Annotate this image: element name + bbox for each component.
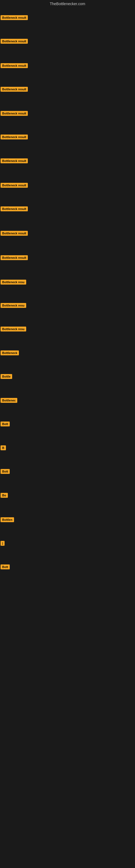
bottleneck-item-17[interactable]: Bottlenec bbox=[1, 398, 17, 403]
bottleneck-badge-13[interactable]: Bottleneck resu bbox=[1, 303, 26, 308]
bottleneck-item-1[interactable]: Bottleneck result bbox=[1, 15, 28, 20]
bottleneck-item-13[interactable]: Bottleneck resu bbox=[1, 303, 26, 308]
bottleneck-badge-22[interactable]: Bottlen bbox=[1, 517, 14, 522]
bottleneck-badge-20[interactable]: Bott bbox=[1, 469, 10, 474]
bottleneck-badge-24[interactable]: Bott bbox=[1, 564, 10, 569]
bottleneck-item-7[interactable]: Bottleneck result bbox=[1, 158, 28, 163]
bottleneck-badge-19[interactable]: B bbox=[1, 445, 6, 450]
bottleneck-badge-18[interactable]: Bott bbox=[1, 422, 10, 426]
bottleneck-badge-11[interactable]: Bottleneck result bbox=[1, 255, 28, 260]
bottleneck-badge-8[interactable]: Bottleneck result bbox=[1, 183, 28, 188]
bottleneck-item-23[interactable]: | bbox=[1, 540, 5, 546]
bottleneck-badge-15[interactable]: Bottleneck bbox=[1, 350, 19, 355]
bottleneck-badge-23[interactable]: | bbox=[1, 541, 5, 546]
bottleneck-badge-14[interactable]: Bottleneck resu bbox=[1, 327, 26, 332]
bottleneck-badge-1[interactable]: Bottleneck result bbox=[1, 15, 28, 20]
bottleneck-badge-5[interactable]: Bottleneck result bbox=[1, 111, 28, 116]
bottleneck-item-10[interactable]: Bottleneck result bbox=[1, 230, 28, 236]
bottleneck-item-19[interactable]: B bbox=[1, 445, 6, 450]
bottleneck-item-24[interactable]: Bott bbox=[1, 564, 10, 569]
bottleneck-badge-12[interactable]: Bottleneck resu bbox=[1, 280, 26, 284]
bottleneck-badge-10[interactable]: Bottleneck result bbox=[1, 231, 28, 236]
bottleneck-badge-17[interactable]: Bottlenec bbox=[1, 398, 17, 403]
bottleneck-item-8[interactable]: Bottleneck result bbox=[1, 183, 28, 187]
bottleneck-item-21[interactable]: Bo bbox=[1, 493, 8, 497]
bottleneck-item-12[interactable]: Bottleneck resu bbox=[1, 279, 26, 284]
site-title: TheBottlenecker.com bbox=[0, 0, 135, 8]
bottleneck-item-15[interactable]: Bottleneck bbox=[1, 350, 19, 355]
bottleneck-item-22[interactable]: Bottlen bbox=[1, 517, 14, 522]
bottleneck-badge-4[interactable]: Bottleneck result bbox=[1, 87, 28, 92]
bottleneck-item-3[interactable]: Bottleneck result bbox=[1, 63, 28, 68]
bottleneck-item-20[interactable]: Bott bbox=[1, 469, 10, 474]
bottleneck-item-11[interactable]: Bottleneck result bbox=[1, 255, 28, 260]
bottleneck-badge-6[interactable]: Bottleneck result bbox=[1, 134, 28, 140]
bottleneck-badge-2[interactable]: Bottleneck result bbox=[1, 39, 28, 44]
bottleneck-badge-3[interactable]: Bottleneck result bbox=[1, 63, 28, 68]
bottleneck-item-14[interactable]: Bottleneck resu bbox=[1, 326, 26, 331]
bottleneck-item-2[interactable]: Bottleneck result bbox=[1, 38, 28, 43]
bottleneck-item-18[interactable]: Bott bbox=[1, 421, 10, 426]
bottleneck-item-16[interactable]: Bottle bbox=[1, 374, 12, 379]
bottleneck-list: Bottleneck resultBottleneck resultBottle… bbox=[0, 8, 135, 868]
site-title-bar: TheBottlenecker.com bbox=[0, 0, 135, 8]
bottleneck-badge-7[interactable]: Bottleneck result bbox=[1, 158, 28, 163]
bottleneck-badge-16[interactable]: Bottle bbox=[1, 374, 12, 379]
bottleneck-item-6[interactable]: Bottleneck result bbox=[1, 134, 28, 139]
bottleneck-badge-21[interactable]: Bo bbox=[1, 493, 8, 498]
bottleneck-item-4[interactable]: Bottleneck result bbox=[1, 87, 28, 91]
bottleneck-item-5[interactable]: Bottleneck result bbox=[1, 111, 28, 116]
bottleneck-badge-9[interactable]: Bottleneck result bbox=[1, 207, 28, 211]
bottleneck-item-9[interactable]: Bottleneck result bbox=[1, 206, 28, 211]
